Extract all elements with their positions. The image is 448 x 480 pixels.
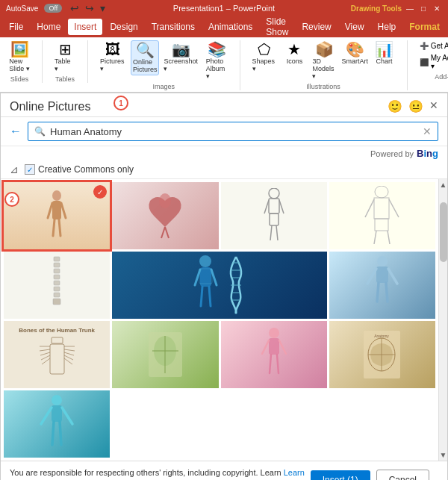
- image-cell-8[interactable]: Bones of the Human Trunk: [4, 321, 110, 388]
- undo-redo-group: ↩ ↪ ▾: [68, 1, 108, 15]
- image-cell-9[interactable]: [112, 321, 218, 388]
- dialog-header-icons: 🙂 😐 ✕: [388, 99, 438, 113]
- image-cell-12[interactable]: [4, 390, 110, 458]
- search-bar: ← 🔍 ✕: [1, 117, 447, 146]
- online-pictures-button[interactable]: 🔍 OnlinePictures: [131, 40, 159, 75]
- search-icon: 🔍: [34, 126, 46, 137]
- svg-line-15: [276, 225, 278, 240]
- svg-line-57: [64, 352, 74, 355]
- screenshot-label: Screenshot ▾: [164, 57, 198, 72]
- image-cell-11[interactable]: Anatomy: [329, 321, 435, 388]
- image-cell-3[interactable]: [221, 182, 327, 249]
- redo-button[interactable]: ↪: [83, 1, 96, 15]
- get-addins-button[interactable]: ➕ Get Add-ins: [417, 40, 448, 52]
- svg-line-21: [374, 231, 376, 244]
- photo-album-button[interactable]: 📚 PhotoAlbum ▾: [203, 40, 231, 81]
- filter-bar: ⊿ ✓ Creative Commons only: [1, 160, 447, 179]
- svg-line-68: [262, 340, 269, 354]
- pictures-label: Pictures ▾: [100, 57, 126, 72]
- autosave-label: AutoSave: [6, 4, 38, 13]
- svg-line-8: [165, 227, 169, 238]
- menu-review[interactable]: Review: [296, 19, 337, 35]
- undo-button[interactable]: ↩: [68, 1, 81, 15]
- menu-animations[interactable]: Animations: [202, 19, 258, 35]
- svg-line-60: [42, 358, 50, 364]
- chart-icon: 📊: [375, 42, 393, 57]
- scroll-thumb[interactable]: [440, 202, 447, 262]
- svg-rect-78: [52, 405, 62, 422]
- svg-line-19: [389, 199, 399, 217]
- svg-rect-26: [54, 275, 60, 279]
- table-label: Table ▾: [55, 57, 75, 72]
- svg-line-7: [161, 227, 165, 238]
- svg-line-47: [388, 269, 397, 284]
- image-cell-2[interactable]: [112, 182, 218, 249]
- ribbon-group-addins: ➕ Get Add-ins ⬛ My Add-ins ▾ Add-ins: [417, 40, 448, 81]
- image-cell-6[interactable]: [112, 252, 327, 319]
- menu-view[interactable]: View: [339, 19, 370, 35]
- creative-commons-checkbox[interactable]: ✓ Creative Commons only: [25, 164, 134, 175]
- insert-button[interactable]: Insert (1): [311, 470, 370, 480]
- screenshot-button[interactable]: 📷 Screenshot ▾: [161, 40, 201, 74]
- insert-button-wrap: Insert (1) 3: [311, 470, 370, 480]
- svg-line-81: [52, 422, 54, 445]
- scroll-down-button[interactable]: ▼: [438, 449, 447, 461]
- 3d-models-button[interactable]: 📦 3DModels ▾: [309, 40, 339, 81]
- smartart-icon: 🎨: [346, 42, 364, 57]
- menu-format[interactable]: Format: [403, 19, 446, 35]
- search-input[interactable]: [50, 126, 423, 137]
- image-grid-container: ✓: [1, 179, 447, 461]
- new-slide-button[interactable]: 🖼️ NewSlide ▾: [6, 40, 33, 74]
- pictures-button[interactable]: 🖼 Pictures ▾: [97, 40, 129, 74]
- svg-line-14: [270, 225, 272, 240]
- online-pictures-label: OnlinePictures: [133, 58, 158, 73]
- svg-line-61: [64, 358, 72, 364]
- chart-button[interactable]: 📊 Chart: [371, 40, 398, 66]
- shapes-button[interactable]: ⬠ Shapes ▾: [249, 40, 280, 74]
- menu-file[interactable]: File: [3, 19, 29, 35]
- search-input-wrap: 🔍 ✕: [28, 122, 438, 141]
- image-cell-10[interactable]: [221, 321, 327, 388]
- online-pictures-dialog: Online Pictures 🙂 😐 ✕ ← 🔍 ✕ Powered by B…: [0, 93, 448, 480]
- image-cell-4[interactable]: [329, 182, 435, 249]
- dialog-close-button[interactable]: ✕: [429, 99, 438, 113]
- insert-label: Insert (1): [323, 475, 358, 480]
- tables-group-label: Tables: [55, 75, 75, 83]
- svg-line-71: [277, 355, 279, 373]
- search-clear-button[interactable]: ✕: [423, 125, 432, 137]
- bottom-buttons: Insert (1) 3 Cancel: [311, 470, 429, 480]
- scroll-up-button[interactable]: ▲: [438, 179, 447, 190]
- get-addins-label: Get Add-ins: [431, 42, 448, 50]
- cancel-button[interactable]: Cancel: [376, 470, 429, 480]
- image-cell-1[interactable]: ✓: [4, 182, 110, 249]
- dialog-settings-icon[interactable]: 😐: [408, 99, 423, 113]
- smiley-icon[interactable]: 🙂: [388, 99, 402, 113]
- customize-button[interactable]: ▾: [98, 1, 108, 15]
- icons-button[interactable]: ★ Icons: [281, 40, 308, 66]
- menu-help[interactable]: Help: [372, 19, 402, 35]
- table-button[interactable]: ⊞ Table ▾: [52, 40, 78, 74]
- filter-icon[interactable]: ⊿: [10, 163, 19, 175]
- menu-slideshow[interactable]: Slide Show: [260, 13, 294, 40]
- autosave-toggle[interactable]: Off: [44, 4, 62, 13]
- my-addins-button[interactable]: ⬛ My Add-ins ▾: [417, 52, 448, 72]
- menu-design[interactable]: Design: [104, 19, 143, 35]
- menu-insert[interactable]: Insert: [68, 19, 102, 35]
- svg-line-11: [264, 200, 269, 213]
- back-button[interactable]: ←: [10, 125, 22, 138]
- learn-more-link[interactable]: Learn: [284, 468, 305, 477]
- smartart-button[interactable]: 🎨 SmartArt: [340, 40, 370, 66]
- shapes-label: Shapes ▾: [252, 57, 277, 72]
- image-cell-5[interactable]: [4, 252, 110, 319]
- svg-rect-29: [54, 293, 60, 297]
- maximize-button[interactable]: □: [418, 3, 429, 13]
- svg-line-36: [209, 287, 211, 306]
- close-button[interactable]: ✕: [432, 3, 442, 13]
- image-cell-7[interactable]: [329, 252, 435, 319]
- ribbon-group-slides: 🖼️ NewSlide ▾ Slides: [6, 40, 43, 83]
- menu-transitions[interactable]: Transitions: [146, 19, 201, 35]
- svg-rect-51: [50, 344, 64, 374]
- svg-line-79: [41, 408, 52, 424]
- menu-home[interactable]: Home: [31, 19, 66, 35]
- minimize-button[interactable]: —: [405, 3, 415, 13]
